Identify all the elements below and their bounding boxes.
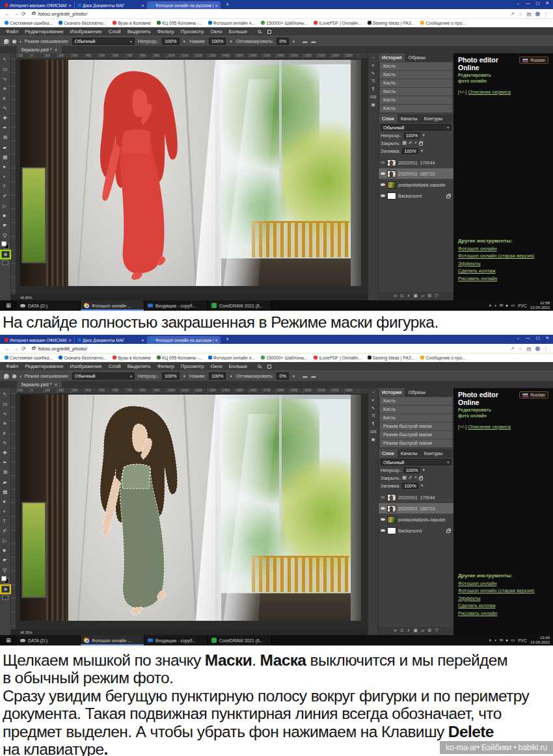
lock-icon[interactable]: [419, 477, 423, 480]
profile-avatar[interactable]: [535, 12, 540, 16]
layer-visibility-eye-icon[interactable]: [381, 518, 385, 521]
browser-tab[interactable]: Интернет-магазин ОФИСМАГ: ✕: [2, 1, 75, 9]
menu-item[interactable]: Окно: [210, 363, 222, 369]
layer-action-icon[interactable]: ▱: [421, 293, 424, 298]
brush-preview-icon[interactable]: [4, 39, 9, 44]
history-step[interactable]: Режим быстрой маски: [380, 423, 452, 430]
tool-button[interactable]: #: [3, 94, 8, 103]
menu-item[interactable]: Слой: [109, 29, 121, 34]
quick-mask-button[interactable]: [1, 586, 10, 593]
tool-button[interactable]: ✐: [3, 526, 8, 536]
menu-item[interactable]: Редактирование: [25, 29, 63, 34]
tool-button[interactable]: ∿: [3, 74, 8, 84]
history-step[interactable]: Режим быстрой маски: [380, 439, 452, 447]
lock-option-icon[interactable]: +: [414, 140, 417, 146]
tool-button[interactable]: ◗: [3, 506, 8, 516]
forward-icon[interactable]: →: [13, 11, 18, 17]
history-step[interactable]: Кисть: [380, 88, 452, 96]
tab-swatches[interactable]: Образы: [405, 53, 428, 62]
tab-paths[interactable]: Контуры: [421, 114, 446, 123]
side-tool-icon[interactable]: css: [370, 429, 377, 434]
service-description-link[interactable]: Описание сервиса: [468, 424, 511, 430]
brush-presets-icon[interactable]: ▬ ▬: [303, 39, 317, 44]
tool-button[interactable]: ▦: [3, 487, 8, 497]
menu-item[interactable]: Файл: [6, 29, 18, 34]
window-control-button[interactable]: ▢: [535, 335, 539, 341]
layer-visibility-eye-icon[interactable]: [381, 183, 385, 186]
side-tool-icon[interactable]: ✎: [371, 406, 375, 411]
back-icon[interactable]: ←: [5, 11, 10, 17]
optimize-input[interactable]: 0%: [276, 38, 288, 45]
tool-button[interactable]: ☛: [3, 220, 8, 230]
history-step[interactable]: Кисть: [380, 105, 452, 112]
layer-visibility-eye-icon[interactable]: [381, 194, 385, 197]
tab-layers[interactable]: Слои: [379, 449, 398, 458]
url-text[interactable]: fotoo.org/edit_photo/: [38, 346, 88, 352]
service-description-link[interactable]: Описание сервиса: [468, 89, 511, 95]
history-step[interactable]: Кисть: [380, 414, 452, 422]
window-control-button[interactable]: ✕: [546, 335, 549, 341]
tab-close-icon[interactable]: ✕: [141, 338, 144, 343]
optimize-input[interactable]: 0%: [276, 372, 288, 380]
brush-tip-icon[interactable]: [12, 374, 16, 378]
layer-action-icon[interactable]: ∞: [394, 293, 397, 298]
layer-visibility-eye-icon[interactable]: [381, 507, 385, 510]
taskbar-item[interactable]: CorelDRAW 2021 (6...: [208, 300, 272, 311]
close-document-icon[interactable]: ✕: [55, 47, 58, 52]
taskbar-item[interactable]: Входящие - соруб...: [144, 300, 208, 311]
start-button[interactable]: ⊞: [0, 637, 17, 644]
bookmark-item[interactable]: iLovePDF | Онлайн...: [314, 356, 361, 360]
tool-button[interactable]: #: [3, 428, 8, 438]
tab-channels[interactable]: Каналы: [398, 114, 421, 123]
tool-link[interactable]: Фотошоп онлайн (старая версия): [458, 252, 548, 259]
tool-button[interactable]: ✚: [3, 113, 8, 123]
tool-button[interactable]: ▦: [3, 152, 8, 162]
layer-row[interactable]: postapokalipsis-zapuste: [379, 179, 453, 190]
brush-preview-icon[interactable]: [4, 374, 9, 379]
layer-row[interactable]: 20220911_165723: [379, 503, 453, 514]
brush-tip-icon[interactable]: [12, 40, 16, 44]
menu-item[interactable]: Файл: [6, 363, 18, 369]
layer-action-icon[interactable]: ⊏: [400, 293, 404, 298]
tab-paths[interactable]: Контуры: [421, 449, 446, 458]
menu-item[interactable]: Фильтр: [157, 363, 174, 369]
back-icon[interactable]: ←: [5, 346, 10, 352]
screen-mode-button[interactable]: [2, 260, 8, 265]
menu-item[interactable]: Окно: [210, 29, 222, 34]
start-button[interactable]: ⊞: [0, 302, 17, 309]
tool-button[interactable]: ▭: [3, 399, 8, 409]
window-control-button[interactable]: —: [526, 335, 530, 341]
clock[interactable]: 12:5813.09.2022: [530, 301, 550, 311]
tool-link[interactable]: Эффекты: [458, 260, 548, 267]
tray-icon[interactable]: ✉: [500, 303, 503, 308]
new-tab-button[interactable]: +: [221, 336, 234, 343]
brush-presets-icon[interactable]: ▬ ▬: [303, 374, 317, 378]
tab-close-icon[interactable]: ✕: [215, 3, 218, 8]
side-tool-icon[interactable]: ◔: [372, 55, 375, 60]
menu-item[interactable]: Больше: [229, 29, 248, 34]
layer-action-icon[interactable]: ▽: [435, 628, 438, 633]
layer-row[interactable]: Background: [379, 525, 453, 536]
menu-item[interactable]: Выделить: [128, 363, 151, 369]
layer-action-icon[interactable]: ▣: [413, 293, 418, 298]
side-tool-icon[interactable]: ▣: [371, 102, 375, 107]
search-icon[interactable]: [258, 365, 261, 368]
history-step[interactable]: Кисть: [380, 397, 452, 405]
tool-button[interactable]: ✳: [3, 419, 8, 428]
fullscreen-icon[interactable]: [267, 365, 271, 369]
tool-button[interactable]: ∿: [3, 409, 8, 419]
bookmark-item[interactable]: Фотошоп онлайн н...: [208, 356, 256, 360]
taskbar-item[interactable]: DATA (D:): [17, 300, 81, 311]
tray-icon[interactable]: ●: [506, 303, 508, 308]
bookmark-item[interactable]: Вузы в Коломне: [113, 356, 151, 360]
menu-item[interactable]: Просмотр: [181, 363, 204, 369]
blend-mode-select[interactable]: Обычный▾: [72, 372, 135, 380]
tab-close-icon[interactable]: ✕: [68, 3, 72, 8]
bookmark-item[interactable]: Системная ошибка...: [5, 356, 53, 360]
side-tool-icon[interactable]: ¶: [372, 86, 375, 92]
bookmark-item[interactable]: Сообщение о про...: [420, 356, 465, 360]
blend-mode-select[interactable]: Обычный▾: [72, 38, 135, 45]
layer-action-icon[interactable]: ⊞: [427, 293, 431, 298]
layer-action-icon[interactable]: ⊏: [400, 628, 404, 633]
tool-button[interactable]: ✎: [3, 103, 8, 113]
